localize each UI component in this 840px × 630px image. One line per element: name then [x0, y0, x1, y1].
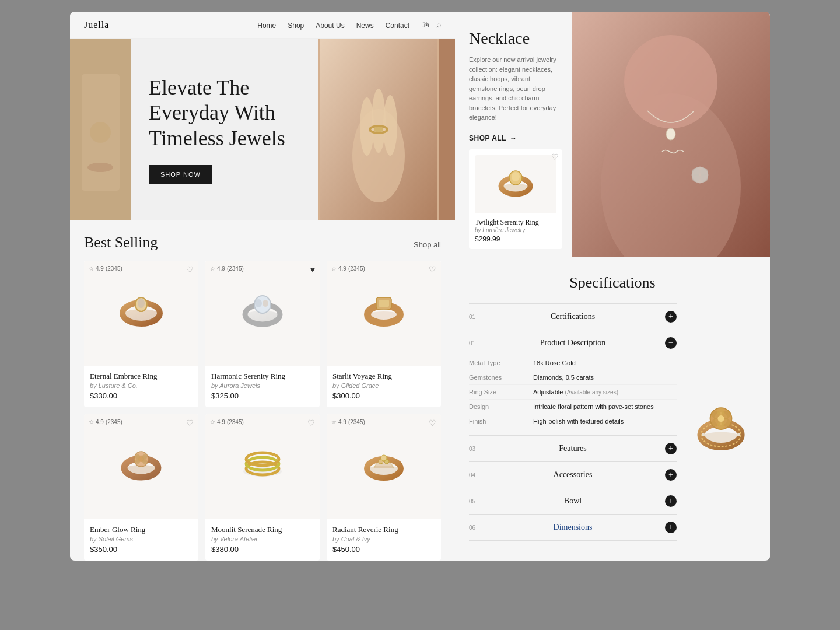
features-header[interactable]: 03 Features +	[469, 436, 677, 461]
expand-icon[interactable]: +	[665, 522, 677, 533]
expand-icon[interactable]: +	[665, 443, 677, 454]
product-image: ☆ 4.9 (2345) ♥	[205, 261, 320, 366]
spec-num: 06	[469, 524, 481, 531]
wishlist-button[interactable]: ♥	[310, 265, 315, 274]
product-rating: ☆ 4.9 (2345)	[210, 265, 244, 272]
products-grid: ☆ 4.9 (2345) ♡	[84, 261, 441, 561]
shop-all-link[interactable]: Shop all	[414, 240, 441, 249]
svg-point-67	[718, 415, 724, 422]
svg-point-16	[138, 299, 145, 308]
featured-product-image	[475, 155, 556, 214]
svg-point-49	[624, 35, 718, 128]
product-rating: ☆ 4.9 (2345)	[331, 419, 365, 425]
star-icon: ☆	[331, 265, 337, 272]
wishlist-button[interactable]: ♡	[429, 265, 436, 274]
product-brand: by Velora Atelier	[211, 536, 314, 542]
product-description-header[interactable]: 01 Product Description −	[469, 330, 677, 356]
certifications-accordion: 01 Certifications +	[469, 303, 677, 330]
nav-icons: 🛍 ⌕	[421, 20, 441, 30]
product-brand: by Aurora Jewels	[211, 382, 314, 389]
svg-point-66	[718, 421, 725, 429]
product-rating: ☆ 4.9 (2345)	[331, 265, 365, 272]
wishlist-button[interactable]: ♡	[307, 419, 315, 427]
product-card: ☆ 4.9 (2345) ♥	[205, 261, 320, 407]
wishlist-button[interactable]: ♡	[186, 419, 194, 427]
nav-links: Home Shop About Us News Contact	[257, 20, 410, 30]
necklace-section: Necklace Explore our new arrival jewelry…	[455, 12, 770, 257]
necklace-photo	[572, 12, 770, 257]
product-image: ☆ 4.9 (2345) ♡	[84, 261, 198, 366]
svg-point-20	[255, 299, 262, 307]
wishlist-button[interactable]: ♡	[186, 265, 194, 274]
spec-num: 01	[469, 314, 481, 320]
collapse-icon[interactable]: −	[665, 337, 677, 349]
dimensions-label: Dimensions	[481, 523, 665, 532]
product-image: ☆ 4.9 (2345) ♡	[327, 261, 441, 366]
svg-point-54	[692, 174, 700, 182]
product-price: $350.00	[90, 545, 192, 554]
bag-icon[interactable]: 🛍	[421, 20, 429, 30]
hero-section: Elevate The Everyday With Timeless Jewel…	[70, 39, 455, 220]
product-card: ☆ 4.9 (2345) ♡	[327, 414, 441, 561]
product-name: Moonlit Serenade Ring	[211, 525, 314, 534]
search-icon[interactable]: ⌕	[436, 20, 441, 30]
svg-point-42	[381, 455, 387, 461]
svg-point-11	[374, 127, 383, 132]
nav-about[interactable]: About Us	[316, 22, 344, 30]
svg-point-33	[142, 459, 147, 464]
star-icon: ☆	[210, 419, 215, 425]
product-card: ☆ 4.9 (2345) ♡	[327, 261, 441, 407]
product-brand: by Soleil Gems	[90, 536, 192, 542]
arrow-right-icon: →	[510, 134, 517, 142]
bowl-header[interactable]: 05 Bowl +	[469, 488, 677, 514]
product-name: Starlit Voyage Ring	[332, 372, 435, 381]
product-info: Harmonic Serenity Ring by Aurora Jewels …	[205, 366, 320, 407]
svg-point-2	[88, 163, 113, 172]
product-card: ☆ 4.9 (2345) ♡	[205, 414, 320, 561]
specs-list: 01 Certifications + 01 Product Descripti…	[469, 303, 677, 541]
features-label: Features	[481, 444, 665, 453]
specifications-title: Specifications	[469, 274, 756, 292]
nav-shop[interactable]: Shop	[288, 22, 304, 30]
spec-row-finish: Finish High-polish with textured details	[469, 414, 677, 428]
spec-row-gemstones: Gemstones Diamonds, 0.5 carats	[469, 370, 677, 385]
product-rating: ☆ 4.9 (2345)	[89, 419, 123, 425]
necklace-title: Necklace	[469, 29, 558, 48]
product-card: ☆ 4.9 (2345) ♡	[84, 261, 198, 407]
expand-icon[interactable]: +	[665, 311, 677, 323]
product-price: $380.00	[211, 545, 314, 554]
hero-title: Elevate The Everyday With Timeless Jewel…	[149, 75, 300, 151]
product-image: ☆ 4.9 (2345) ♡	[205, 414, 320, 519]
svg-point-68	[702, 433, 705, 436]
featured-product-name: Twilight Serenity Ring	[475, 218, 556, 227]
star-icon: ☆	[89, 265, 94, 272]
nav-contact[interactable]: Contact	[386, 22, 410, 30]
svg-point-21	[262, 300, 268, 307]
featured-wishlist-button[interactable]: ♡	[551, 153, 559, 161]
shop-now-button[interactable]: SHOP NOW	[149, 165, 212, 184]
svg-point-69	[737, 433, 741, 436]
nav-home[interactable]: Home	[257, 22, 276, 30]
accessories-accordion: 04 Accessories +	[469, 461, 677, 488]
accessories-header[interactable]: 04 Accessories +	[469, 462, 677, 488]
specifications-section: Specifications 01 Certifications +	[455, 257, 770, 558]
dimensions-header[interactable]: 06 Dimensions +	[469, 514, 677, 540]
product-brand: by Gilded Grace	[332, 382, 435, 389]
hero-image-right	[439, 39, 455, 220]
star-icon: ☆	[331, 419, 337, 425]
nav-news[interactable]: News	[356, 22, 374, 30]
star-icon: ☆	[89, 419, 94, 425]
product-name: Harmonic Serenity Ring	[211, 372, 314, 381]
certifications-header[interactable]: 01 Certifications +	[469, 304, 677, 330]
necklace-shop-all-button[interactable]: SHOP ALL →	[469, 134, 558, 142]
spec-row-design: Design Intricate floral pattern with pav…	[469, 400, 677, 414]
spec-row-metal: Metal Type 18k Rose Gold	[469, 356, 677, 370]
expand-icon[interactable]: +	[665, 469, 677, 481]
svg-point-50	[666, 128, 676, 140]
svg-point-3	[90, 122, 111, 143]
product-image: ☆ 4.9 (2345) ♡	[327, 414, 441, 519]
wishlist-button[interactable]: ♡	[429, 419, 436, 427]
dimensions-accordion: 06 Dimensions +	[469, 514, 677, 541]
spec-num: 05	[469, 498, 481, 505]
expand-icon[interactable]: +	[665, 495, 677, 507]
